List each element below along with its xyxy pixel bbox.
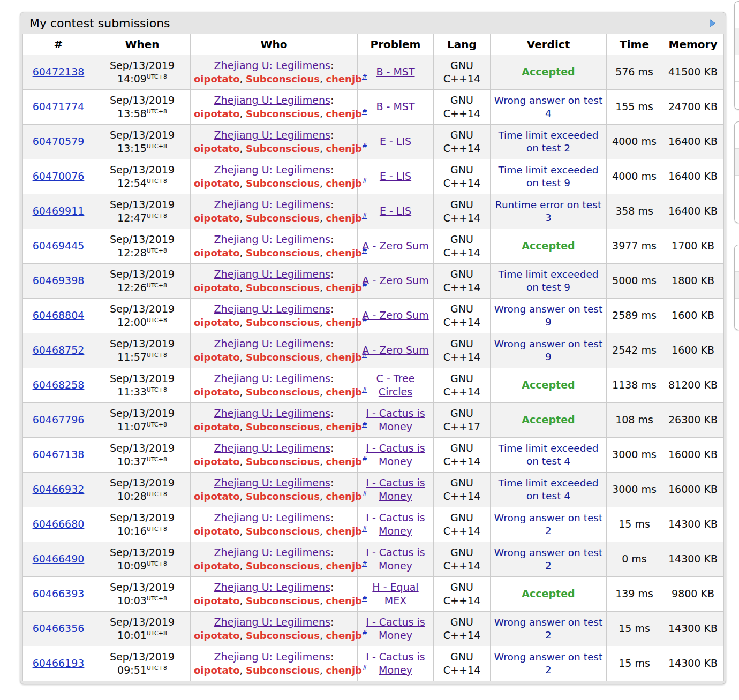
team-link[interactable]: Zhejiang U: Legilimens [214, 651, 330, 663]
team-link[interactable]: Zhejiang U: Legilimens [214, 199, 330, 210]
team-member-name[interactable]: chenjb [326, 386, 362, 398]
team-member-name[interactable]: oipotato [194, 247, 240, 258]
verdict-label[interactable]: Accepted [522, 588, 575, 599]
submission-id-link[interactable]: 60470579 [33, 135, 85, 147]
team-member-name[interactable]: Subconscious [246, 595, 320, 606]
team-link[interactable]: Zhejiang U: Legilimens [214, 407, 330, 419]
submission-id-link[interactable]: 60468258 [33, 379, 85, 391]
problem-link[interactable]: A - Zero Sum [362, 275, 428, 286]
verdict-label[interactable]: Accepted [522, 414, 575, 425]
team-member-name[interactable]: Subconscious [246, 630, 320, 641]
team-link[interactable]: Zhejiang U: Legilimens [214, 59, 330, 71]
team-member-name[interactable]: Subconscious [246, 143, 320, 154]
verdict-label[interactable]: Wrong answer on test 9 [494, 303, 602, 328]
team-member-name[interactable]: chenjb [326, 456, 362, 467]
team-member-name[interactable]: Subconscious [246, 665, 320, 676]
team-member-name[interactable]: chenjb [326, 108, 362, 119]
team-handles-link[interactable]: # [362, 177, 367, 185]
team-link[interactable]: Zhejiang U: Legilimens [214, 268, 330, 280]
team-member-name[interactable]: chenjb [326, 630, 362, 641]
team-link[interactable]: Zhejiang U: Legilimens [214, 129, 330, 141]
problem-link[interactable]: E - LIS [380, 170, 411, 182]
team-member-name[interactable]: oipotato [194, 317, 240, 328]
team-handles-link[interactable]: # [362, 421, 367, 428]
team-member-name[interactable]: Subconscious [246, 317, 320, 328]
team-member-name[interactable]: oipotato [194, 73, 240, 85]
verdict-label[interactable]: Wrong answer on test 2 [494, 651, 602, 675]
team-link[interactable]: Zhejiang U: Legilimens [214, 616, 330, 628]
team-member-name[interactable]: oipotato [194, 282, 240, 293]
team-link[interactable]: Zhejiang U: Legilimens [214, 512, 330, 523]
team-member-name[interactable]: Subconscious [246, 386, 320, 398]
problem-link[interactable]: H - Equal MEX [372, 581, 418, 606]
problem-link[interactable]: I - Cactus is Money [366, 407, 425, 432]
team-member-name[interactable]: Subconscious [246, 212, 320, 224]
team-handles-link[interactable]: # [362, 629, 367, 637]
verdict-label[interactable]: Wrong answer on test 2 [494, 512, 602, 536]
submission-id-link[interactable]: 60469398 [33, 275, 85, 286]
submission-id-link[interactable]: 60466680 [33, 518, 85, 530]
team-member-name[interactable]: Subconscious [246, 73, 320, 85]
team-handles-link[interactable]: # [362, 108, 367, 115]
team-link[interactable]: Zhejiang U: Legilimens [214, 581, 330, 593]
team-link[interactable]: Zhejiang U: Legilimens [214, 338, 330, 349]
team-member-name[interactable]: chenjb [326, 526, 362, 537]
team-link[interactable]: Zhejiang U: Legilimens [214, 546, 330, 558]
team-member-name[interactable]: oipotato [194, 595, 240, 606]
team-member-name[interactable]: Subconscious [246, 526, 320, 537]
team-member-name[interactable]: chenjb [326, 352, 362, 363]
team-link[interactable]: Zhejiang U: Legilimens [214, 94, 330, 106]
team-member-name[interactable]: chenjb [326, 491, 362, 502]
team-member-name[interactable]: chenjb [326, 73, 362, 85]
submission-id-link[interactable]: 60471774 [33, 101, 85, 112]
team-member-name[interactable]: oipotato [194, 630, 240, 641]
problem-link[interactable]: E - LIS [380, 205, 411, 217]
team-handles-link[interactable]: # [362, 525, 367, 532]
verdict-label[interactable]: Time limit exceeded on test 4 [498, 443, 598, 467]
team-member-name[interactable]: Subconscious [246, 456, 320, 467]
team-member-name[interactable]: Subconscious [246, 491, 320, 502]
problem-link[interactable]: A - Zero Sum [362, 309, 428, 321]
submission-id-link[interactable]: 60468752 [33, 344, 85, 356]
submission-id-link[interactable]: 60469911 [33, 205, 85, 217]
team-handles-link[interactable]: # [362, 212, 367, 219]
submission-id-link[interactable]: 60466393 [33, 588, 85, 599]
team-member-name[interactable]: chenjb [326, 317, 362, 328]
team-link[interactable]: Zhejiang U: Legilimens [214, 442, 330, 454]
team-handles-link[interactable]: # [362, 595, 367, 602]
team-handles-link[interactable]: # [362, 455, 367, 463]
submission-id-link[interactable]: 60466932 [33, 483, 85, 495]
submission-id-link[interactable]: 60472138 [33, 66, 85, 78]
submission-id-link[interactable]: 60470076 [33, 170, 85, 182]
team-member-name[interactable]: Subconscious [246, 560, 320, 572]
problem-link[interactable]: I - Cactus is Money [366, 442, 425, 467]
team-member-name[interactable]: Subconscious [246, 108, 320, 119]
team-member-name[interactable]: chenjb [326, 421, 362, 432]
team-member-name[interactable]: chenjb [326, 247, 362, 258]
verdict-label[interactable]: Wrong answer on test 9 [494, 338, 602, 362]
view-all-arrow-icon[interactable] [709, 19, 716, 28]
team-link[interactable]: Zhejiang U: Legilimens [214, 372, 330, 384]
verdict-label[interactable]: Time limit exceeded on test 4 [498, 477, 598, 501]
verdict-label[interactable]: Time limit exceeded on test 2 [498, 130, 598, 154]
problem-link[interactable]: I - Cactus is Money [366, 512, 425, 537]
verdict-label[interactable]: Accepted [522, 66, 575, 78]
problem-link[interactable]: E - LIS [380, 135, 411, 147]
submission-id-link[interactable]: 60466193 [33, 657, 85, 669]
team-member-name[interactable]: chenjb [326, 143, 362, 154]
team-member-name[interactable]: oipotato [194, 352, 240, 363]
submission-id-link[interactable]: 60466490 [33, 553, 85, 565]
team-member-name[interactable]: oipotato [194, 665, 240, 676]
team-handles-link[interactable]: # [362, 142, 367, 150]
team-member-name[interactable]: Subconscious [246, 178, 320, 189]
team-member-name[interactable]: oipotato [194, 143, 240, 154]
submission-id-link[interactable]: 60467796 [33, 414, 85, 425]
team-member-name[interactable]: chenjb [326, 665, 362, 676]
team-handles-link[interactable]: # [362, 560, 367, 567]
team-member-name[interactable]: Subconscious [246, 352, 320, 363]
problem-link[interactable]: C - Tree Circles [376, 372, 415, 398]
team-handles-link[interactable]: # [362, 73, 367, 80]
team-member-name[interactable]: oipotato [194, 421, 240, 432]
team-link[interactable]: Zhejiang U: Legilimens [214, 303, 330, 315]
team-member-name[interactable]: oipotato [194, 491, 240, 502]
